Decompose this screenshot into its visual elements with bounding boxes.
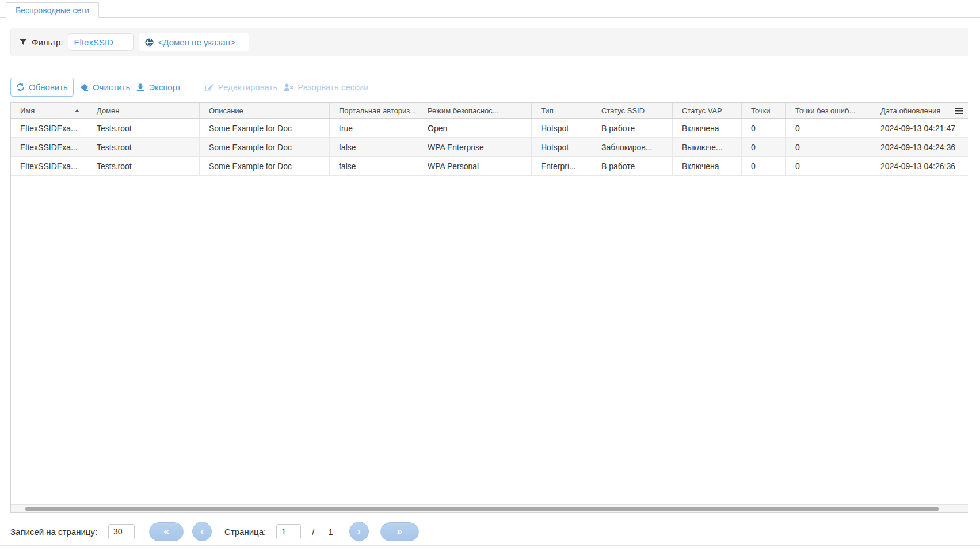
clear-label: Очистить xyxy=(93,82,130,92)
column-label: Описание xyxy=(209,106,243,115)
cell: Open xyxy=(418,119,532,137)
filter-panel: Фильтр: <Домен не указан> xyxy=(10,28,968,56)
terminate-sessions-button[interactable]: Разорвать сессии xyxy=(284,82,368,92)
grid-menu-icon xyxy=(955,108,963,114)
cell: WPA Enterprise xyxy=(418,138,532,156)
cell: Enterpri... xyxy=(532,157,592,175)
cell: false xyxy=(330,157,418,175)
cell: 2024-09-13 04:26:36 xyxy=(871,157,968,175)
sort-asc-icon xyxy=(75,109,79,112)
clear-button[interactable]: Очистить xyxy=(80,82,130,92)
column-label: Дата обновления xyxy=(880,106,940,115)
cell: 2024-09-13 04:24:36 xyxy=(871,138,968,156)
cell: true xyxy=(330,119,418,137)
wireless-networks-page: Беспроводные сети Фильтр: <Домен не указ… xyxy=(0,0,980,551)
cell: Tests.root xyxy=(87,119,200,137)
filter-funnel-icon xyxy=(20,39,27,46)
column-header-7[interactable]: Статус VAP xyxy=(673,103,742,118)
page-separator: / xyxy=(312,527,314,537)
page-size-label: Записей на страницу: xyxy=(10,527,97,537)
column-label: Точки без ошиб... xyxy=(795,106,855,115)
terminate-sessions-label: Разорвать сессии xyxy=(298,82,368,92)
prev-page-button[interactable]: ‹ xyxy=(192,522,212,541)
prev-page-icon: ‹ xyxy=(200,526,204,536)
horizontal-scrollbar[interactable] xyxy=(11,504,968,512)
column-header-9[interactable]: Точки без ошиб... xyxy=(786,103,871,118)
cell: Включена xyxy=(673,157,742,175)
cell: 0 xyxy=(786,138,871,156)
refresh-label: Обновить xyxy=(29,82,68,92)
cell: 0 xyxy=(742,138,786,156)
grid-empty-area xyxy=(11,176,968,504)
cell: WPA Personal xyxy=(418,157,532,175)
download-icon xyxy=(136,83,144,91)
cell: Hotspot xyxy=(532,119,592,137)
ssid-filter-input[interactable] xyxy=(68,33,134,51)
grid-body: EltexSSIDExa...Tests.rootSome Example fo… xyxy=(11,119,968,176)
page-number-input[interactable] xyxy=(276,524,301,539)
cell: Выключе... xyxy=(673,138,742,156)
wireless-networks-grid: ИмяДоменОписаниеПортальная авториз...Реж… xyxy=(10,102,968,513)
column-header-10[interactable]: Дата обновления xyxy=(871,103,968,118)
total-pages: 1 xyxy=(328,527,333,537)
column-header-0[interactable]: Имя xyxy=(11,103,87,118)
column-label: Имя xyxy=(20,106,35,115)
cell: Tests.root xyxy=(87,157,200,175)
filter-label: Фильтр: xyxy=(32,37,63,47)
table-row-3[interactable]: EltexSSIDExa...Tests.rootSome Example fo… xyxy=(11,157,968,176)
column-label: Статус SSID xyxy=(601,106,645,115)
scrollbar-thumb[interactable] xyxy=(25,507,939,511)
cell: Hotspot xyxy=(532,138,592,156)
column-label: Режим безопаснос... xyxy=(428,106,499,115)
cell: Заблокиров... xyxy=(592,138,673,156)
edit-icon xyxy=(205,83,214,91)
page-label: Страница: xyxy=(224,527,266,537)
cell: В работе xyxy=(592,157,673,175)
cell: Some Example for Doc xyxy=(200,157,330,175)
cell: false xyxy=(330,138,418,156)
domain-filter-field[interactable]: <Домен не указан> xyxy=(139,33,249,51)
page-size-input[interactable] xyxy=(108,524,135,539)
cell: 2024-09-13 04:21:47 xyxy=(871,119,968,137)
column-header-8[interactable]: Точки xyxy=(742,103,786,118)
export-label: Экспорт xyxy=(148,82,181,92)
user-x-icon xyxy=(284,83,293,91)
eraser-icon xyxy=(80,83,89,91)
next-page-icon: › xyxy=(357,526,361,536)
export-button[interactable]: Экспорт xyxy=(136,82,181,92)
cell: EltexSSIDExa... xyxy=(11,138,87,156)
pagination-bar: Записей на страницу: « ‹ Страница: / 1 ›… xyxy=(10,518,968,545)
column-label: Портальная авториз... xyxy=(339,106,416,115)
cell: Tests.root xyxy=(87,138,200,156)
next-page-button[interactable]: › xyxy=(349,522,369,541)
grid-menu-button[interactable] xyxy=(950,103,968,118)
column-header-1[interactable]: Домен xyxy=(87,103,200,118)
last-page-button[interactable]: » xyxy=(380,522,419,541)
cell: Включена xyxy=(673,119,742,137)
cell: Some Example for Doc xyxy=(200,119,330,137)
column-header-5[interactable]: Тип xyxy=(532,103,592,118)
content-area: Фильтр: <Домен не указан> xyxy=(10,28,968,545)
edit-button[interactable]: Редактировать xyxy=(205,82,278,92)
bottom-divider xyxy=(0,545,980,546)
table-row-2[interactable]: EltexSSIDExa...Tests.rootSome Example fo… xyxy=(11,138,968,157)
refresh-icon xyxy=(16,83,25,91)
refresh-button[interactable]: Обновить xyxy=(10,78,74,97)
column-header-4[interactable]: Режим безопаснос... xyxy=(418,103,532,118)
cell: EltexSSIDExa... xyxy=(11,119,87,137)
column-header-2[interactable]: Описание xyxy=(200,103,330,118)
first-page-icon: « xyxy=(163,526,169,536)
column-header-3[interactable]: Портальная авториз... xyxy=(330,103,418,118)
table-row-1[interactable]: EltexSSIDExa...Tests.rootSome Example fo… xyxy=(11,119,968,138)
toolbar: Обновить Очистить Экспор xyxy=(10,78,968,97)
domain-filter-value: <Домен не указан> xyxy=(158,37,235,47)
cell: 0 xyxy=(786,157,871,175)
first-page-button[interactable]: « xyxy=(149,522,184,541)
last-page-icon: » xyxy=(397,526,402,536)
column-label: Тип xyxy=(541,106,554,115)
column-label: Домен xyxy=(97,106,120,115)
column-header-6[interactable]: Статус SSID xyxy=(592,103,673,118)
cell: 0 xyxy=(786,119,871,137)
tab-label: Беспроводные сети xyxy=(16,6,89,15)
tab-wireless-networks[interactable]: Беспроводные сети xyxy=(6,2,99,18)
